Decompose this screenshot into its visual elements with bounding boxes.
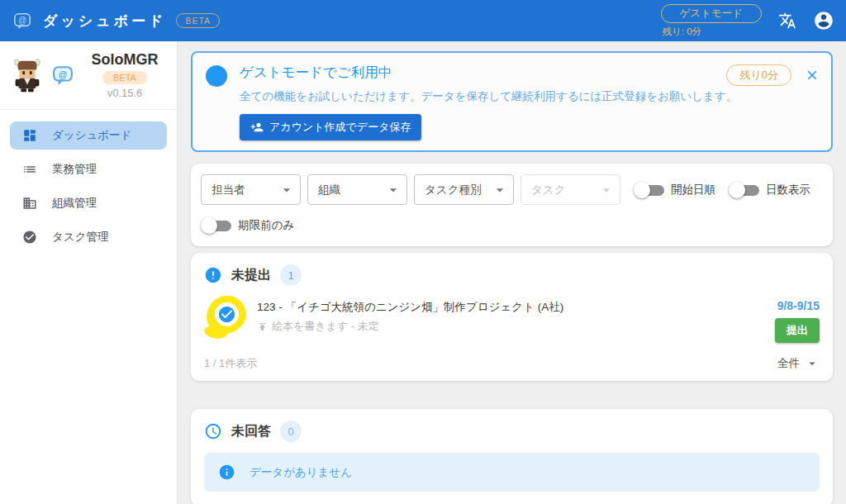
start-date-order-toggle[interactable]: 開始日順 <box>634 182 715 198</box>
banner-dot-icon <box>206 65 227 87</box>
header-beta-badge: BETA <box>176 13 220 28</box>
app-version: v0.15.6 <box>107 87 143 99</box>
sidebar-beta-badge: BETA <box>102 71 147 84</box>
guest-mode-badge[interactable]: ゲストモード <box>661 4 762 23</box>
chevron-down-icon <box>278 182 295 198</box>
translate-icon <box>778 12 796 30</box>
check-circle-icon <box>22 230 37 245</box>
account-icon <box>813 10 834 31</box>
svg-text:@: @ <box>59 69 68 79</box>
task-date-range: 9/8-9/15 <box>777 299 820 312</box>
assignee-select-label: 担当者 <box>212 183 245 197</box>
scope-select-label: 全件 <box>777 356 800 371</box>
task-texts: 123 - 「イチゴ大統領のニンジン畑」制作プロジェクト (A社) 絵本を書きま… <box>257 300 563 334</box>
close-icon <box>805 68 820 83</box>
brand-info: SoloMGR BETA v0.15.6 <box>79 51 170 99</box>
scope-select[interactable]: 全件 <box>777 356 820 371</box>
info-icon <box>218 464 235 481</box>
page-title: ダッシュボード <box>43 12 166 31</box>
assignee-select[interactable]: 担当者 <box>201 174 301 205</box>
sidebar-item-label: 組織管理 <box>52 196 97 211</box>
time-remaining-label: 残り: 0分 <box>661 26 702 38</box>
task-complete-checkbox[interactable] <box>204 294 250 339</box>
person-add-icon <box>250 121 264 134</box>
account-button[interactable] <box>813 10 834 31</box>
main-content: ゲストモードでご利用中 全ての機能をお試しいただけます。データを保存して継続利用… <box>178 41 846 504</box>
task-select-label: タスク <box>531 183 565 197</box>
empty-data-message: データがありません <box>250 465 352 480</box>
task-actions: 9/8-9/15 提出 <box>775 299 820 343</box>
guest-mode-block: ゲストモード 残り: 0分 <box>661 4 762 38</box>
pending-count-badge: 1 <box>280 264 302 286</box>
translate-button[interactable] <box>778 12 796 30</box>
empty-data-alert: データがありません <box>204 453 820 492</box>
create-account-label: アカウント作成でデータ保存 <box>269 120 411 135</box>
sidebar-nav: ダッシュボード 業務管理 組織管理 タスク管理 <box>0 110 177 269</box>
svg-text:@: @ <box>18 16 26 25</box>
toggle-switch[interactable] <box>729 182 760 198</box>
banner-remaining-badge: 残り0分 <box>726 64 791 86</box>
chevron-down-icon <box>598 182 615 198</box>
sidebar-item-dashboard[interactable]: ダッシュボード <box>10 121 167 150</box>
chevron-down-icon <box>385 182 402 198</box>
banner-description: 全ての機能をお試しいただけます。データを保存して継続利用するには正式登録をお願い… <box>240 89 737 104</box>
pending-submissions-card: 未提出 1 123 - 「イチゴ大統領のニンジン畑」制作プロジェクト (A社) … <box>191 253 833 381</box>
before-deadline-label: 期限前のみ <box>238 218 294 233</box>
header-bar: @ ダッシュボード BETA ゲストモード 残り: 0分 <box>0 0 846 41</box>
task-type-select[interactable]: タスク種別 <box>414 174 514 205</box>
unanswered-card-title: 未回答 <box>231 423 271 440</box>
chat-bubble-icon: @ <box>52 64 74 86</box>
app-window: @ ダッシュボード BETA ゲストモード 残り: 0分 <box>0 0 846 504</box>
app-name: SoloMGR <box>92 51 159 69</box>
unanswered-count-badge: 0 <box>280 421 302 442</box>
shown-count-label: 1 / 1件表示 <box>204 356 257 371</box>
check-circle-icon <box>217 305 236 324</box>
before-deadline-toggle[interactable]: 期限前のみ <box>201 217 294 234</box>
sidebar-item-label: タスク管理 <box>52 230 108 245</box>
sidebar-item-label: ダッシュボード <box>52 128 131 143</box>
submit-button[interactable]: 提出 <box>775 318 820 343</box>
start-date-order-label: 開始日順 <box>671 183 715 197</box>
chevron-down-icon <box>492 182 508 198</box>
sidebar-item-org-management[interactable]: 組織管理 <box>10 189 167 217</box>
unanswered-card: 未回答 0 データがありません <box>191 409 833 504</box>
days-display-label: 日数表示 <box>766 183 810 197</box>
task-subtitle: 絵本を書きます - 未定 <box>272 319 379 334</box>
guest-banner: ゲストモードでご利用中 全ての機能をお試しいただけます。データを保存して継続利用… <box>191 51 833 152</box>
mascot-avatar <box>8 56 46 94</box>
task-select: タスク <box>520 174 620 205</box>
toggle-switch[interactable] <box>201 217 232 234</box>
list-icon <box>22 162 37 177</box>
building-icon <box>22 196 37 211</box>
organization-select[interactable]: 組織 <box>307 174 407 205</box>
create-account-button[interactable]: アカウント作成でデータ保存 <box>240 114 421 140</box>
sidebar-item-label: 業務管理 <box>52 162 97 177</box>
alert-circle-icon <box>204 266 222 284</box>
toggle-switch[interactable] <box>634 182 665 198</box>
sidebar: @ SoloMGR BETA v0.15.6 ダッシュボード 業務管理 組織管理 <box>0 41 178 504</box>
task-type-select-label: タスク種別 <box>425 183 481 197</box>
task-title: 123 - 「イチゴ大統領のニンジン畑」制作プロジェクト (A社) <box>257 300 563 315</box>
header-actions: ゲストモード 残り: 0分 <box>661 4 834 38</box>
chevron-down-icon <box>805 356 820 371</box>
pending-card-title: 未提出 <box>231 267 271 284</box>
days-display-toggle[interactable]: 日数表示 <box>729 182 810 198</box>
banner-body: ゲストモードでご利用中 全ての機能をお試しいただけます。データを保存して継続利用… <box>240 64 737 140</box>
brand-block: @ SoloMGR BETA v0.15.6 <box>0 41 177 110</box>
banner-title: ゲストモードでご利用中 <box>240 64 737 82</box>
sidebar-item-work-management[interactable]: 業務管理 <box>10 155 167 183</box>
dashboard-icon <box>22 128 37 143</box>
task-row: 123 - 「イチゴ大統領のニンジン畑」制作プロジェクト (A社) 絵本を書きま… <box>204 294 820 343</box>
sidebar-item-task-management[interactable]: タスク管理 <box>10 223 167 251</box>
filter-panel: 担当者 組織 タスク種別 タスク 開始日順 <box>191 164 833 246</box>
app-logo-icon: @ <box>13 12 31 30</box>
clock-icon <box>204 422 222 440</box>
organization-select-label: 組織 <box>318 183 340 197</box>
publish-icon <box>257 321 268 332</box>
banner-close-button[interactable] <box>805 68 820 83</box>
